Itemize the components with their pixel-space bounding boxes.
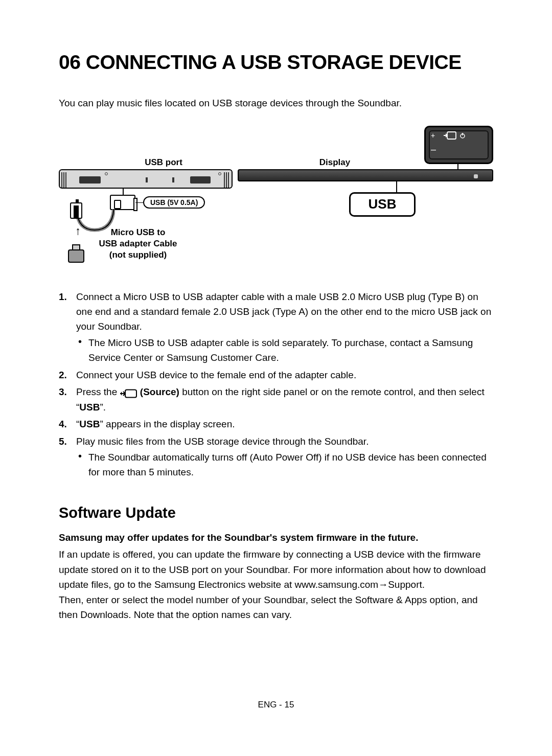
software-update-body-2: Then, enter or select the model number o…	[59, 592, 493, 623]
usb-display-badge: USB	[349, 192, 416, 217]
source-icon	[443, 131, 456, 142]
page-footer: ENG - 15	[0, 700, 552, 710]
page-heading: 06 CONNECTING A USB STORAGE DEVICE	[59, 51, 493, 74]
soundbar-control-panel: + –	[424, 126, 493, 164]
step-1: Connect a Micro USB to USB adapter cable…	[59, 289, 493, 365]
software-update-subhead: Samsung may offer updates for the Soundb…	[59, 531, 493, 545]
step-1-note: The Micro USB to USB adapter cable is so…	[76, 335, 493, 365]
volume-down-icon: –	[431, 145, 436, 154]
step-4: “USB” appears in the display screen.	[59, 417, 493, 431]
software-update-body-1: If an update is offered, you can update …	[59, 547, 493, 592]
step-2: Connect your USB device to the female en…	[59, 368, 493, 382]
usb-port-spec-label: USB (5V 0.5A)	[143, 196, 205, 209]
step-5: Play music files from the USB storage de…	[59, 434, 493, 480]
adapter-cable-label: Micro USB to USB adapter Cable (not supp…	[87, 227, 189, 261]
display-label: Display	[304, 157, 365, 168]
soundbar-rear-illustration	[59, 169, 233, 189]
software-update-heading: Software Update	[59, 505, 493, 521]
connection-diagram: USB port Display + – USB USB (5V 0.5A) ↑	[59, 126, 493, 279]
source-icon	[120, 387, 137, 397]
step-3: Press the (Source) button on the right s…	[59, 384, 493, 415]
usb-female-connector-icon	[70, 202, 82, 219]
step-5-note: The Soundbar automatically turns off (Au…	[76, 450, 493, 480]
usb-drive-icon	[68, 244, 84, 264]
micro-usb-port-icon	[110, 195, 135, 210]
svg-rect-0	[447, 132, 456, 139]
soundbar-front-illustration	[238, 169, 493, 181]
intro-text: You can play music files located on USB …	[59, 97, 493, 110]
power-icon	[459, 132, 466, 140]
volume-up-icon: +	[431, 131, 435, 140]
instruction-steps: Connect a Micro USB to USB adapter cable…	[59, 289, 493, 480]
svg-rect-3	[125, 390, 136, 398]
arrow-up-icon: ↑	[75, 225, 81, 237]
usb-port-label: USB port	[133, 157, 194, 168]
